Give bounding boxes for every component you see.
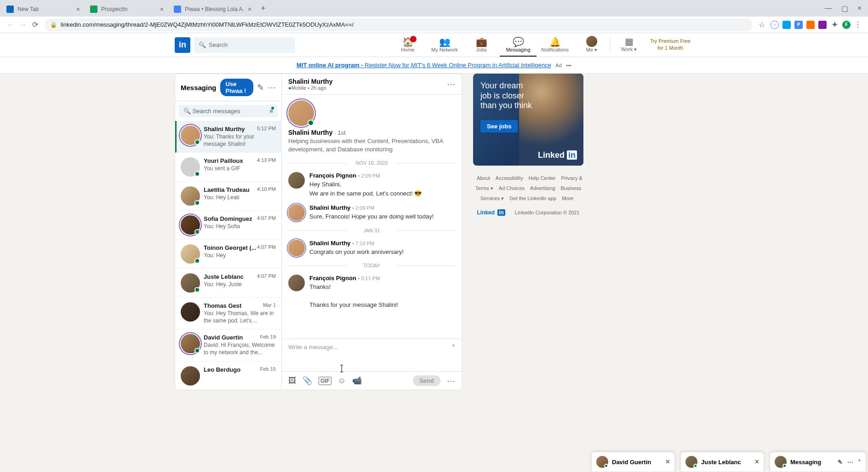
message-sender[interactable]: François Pignon <box>309 172 356 179</box>
nav-notifications[interactable]: 🔔 Notifications <box>537 33 573 57</box>
close-icon[interactable]: × <box>76 6 80 13</box>
lock-icon: 🔒 <box>50 22 57 28</box>
more-icon[interactable]: ⋯ <box>268 82 276 92</box>
forward-button[interactable]: → <box>17 21 29 29</box>
extension-icon[interactable]: ○ <box>771 21 779 29</box>
linkedin-logo[interactable]: in <box>175 37 190 53</box>
people-icon: 👥 <box>439 37 451 47</box>
thread-body[interactable]: Shalini Murthy · 1st Helping businesses … <box>282 95 462 339</box>
conversation-item[interactable]: Leo BerdugoFeb 15 <box>175 362 281 390</box>
footer-link[interactable]: More <box>562 196 573 201</box>
window-controls: — ▢ × <box>825 4 866 13</box>
presence-indicator <box>194 171 200 177</box>
search-icon: 🔍 <box>183 108 191 115</box>
extension-icon[interactable]: P <box>794 21 803 29</box>
footer-link[interactable]: Ad Choices <box>499 185 525 191</box>
message-sender[interactable]: Shalini Murthy <box>309 240 351 247</box>
gif-icon[interactable]: GIF <box>319 377 331 385</box>
filter-icon[interactable]: ≡ <box>269 108 273 115</box>
nav-premium[interactable]: Try Premium Free for 1 Month <box>647 33 693 57</box>
footer-link[interactable]: Advertising <box>530 185 555 191</box>
extensions-menu-icon[interactable]: ✦ <box>830 21 839 29</box>
extensions-tray: ○ P ✦ F ⋮ <box>768 20 864 29</box>
conversation-item[interactable]: David GuertinFeb 19 David: Hi François, … <box>175 329 281 361</box>
nav-jobs[interactable]: 💼 Jobs <box>463 33 500 57</box>
reload-button[interactable]: ⟳ <box>29 20 41 29</box>
extension-icon[interactable] <box>806 21 815 29</box>
maximize-icon[interactable]: ▢ <box>841 4 848 13</box>
close-icon[interactable]: × <box>160 6 164 13</box>
presence-indicator <box>194 287 200 293</box>
use-piwaa-button[interactable]: Use Piwaa ! <box>220 79 253 96</box>
extension-icon[interactable] <box>818 21 827 29</box>
image-icon[interactable]: 🖼 <box>288 376 296 386</box>
message-sender[interactable]: Shalini Murthy <box>309 204 351 211</box>
tab-title: ProspectIn <box>101 6 156 12</box>
browser-tab[interactable]: Piwaa • Blessing Lola A. × <box>169 2 256 17</box>
nav-me[interactable]: Me ▾ <box>573 33 610 57</box>
chevron-up-icon[interactable]: ˄ <box>451 344 455 352</box>
message-sender[interactable]: François Pignon <box>309 275 356 282</box>
conversation-item[interactable]: Shalini Murthy5:12 PM You: Thanks for yo… <box>175 121 281 153</box>
attachment-icon[interactable]: 📎 <box>303 376 312 386</box>
nav-home[interactable]: 🏠 Home <box>389 33 426 57</box>
nav-network[interactable]: 👥 My Network <box>426 33 463 57</box>
conversation-avatar <box>181 244 200 264</box>
conversation-preview: You: Thanks for your message Shalini! <box>204 133 276 148</box>
compose-icon[interactable]: ✎ <box>257 82 264 92</box>
search-placeholder: Search messages <box>193 108 240 115</box>
date-separator: JAN 31 <box>288 228 455 233</box>
conversation-item[interactable]: Juste Leblanc4:07 PM You: Hey, Juste <box>175 269 281 298</box>
footer-link[interactable]: About <box>477 175 490 181</box>
video-icon[interactable]: 📹 <box>352 376 362 386</box>
footer-copyright: Linkedin LinkedIn Corporation © 2021 <box>473 207 583 218</box>
more-icon[interactable]: ⋯ <box>447 79 455 89</box>
more-icon[interactable]: ⋯ <box>447 376 455 386</box>
conversation-sidebar: Messaging Use Piwaa ! ✎ ⋯ 🔍 Search messa… <box>175 74 282 390</box>
conversation-avatar <box>181 366 200 386</box>
message-input[interactable]: Write a message... ˄ <box>282 339 462 371</box>
back-button[interactable]: ← <box>4 21 17 29</box>
message-avatar[interactable] <box>288 240 305 256</box>
minimize-icon[interactable]: — <box>825 4 832 13</box>
menu-icon[interactable]: ⋮ <box>854 20 862 29</box>
nav-messaging[interactable]: 💬 Messaging <box>500 33 537 57</box>
new-tab-button[interactable]: + <box>257 4 269 13</box>
profile-summary[interactable]: Shalini Murthy · 1st Helping businesses … <box>288 100 455 154</box>
address-bar[interactable]: 🔒 linkedin.com/messaging/thread/2-MjE0ZW… <box>45 18 752 31</box>
conversation-time: Feb 19 <box>260 334 276 341</box>
footer-link[interactable]: Get the LinkedIn app <box>509 196 556 201</box>
tab-title: Piwaa • Blessing Lola A. <box>185 6 244 12</box>
conversation-item[interactable]: Youri Pailloux4:13 PM You sent a GIF <box>175 153 281 182</box>
bookmark-icon[interactable]: ☆ <box>759 20 765 29</box>
sponsored-banner[interactable]: MIT online AI program - Register Now for… <box>0 57 868 74</box>
close-icon[interactable]: × <box>248 6 251 13</box>
send-button[interactable]: Send <box>413 375 440 386</box>
emoji-icon[interactable]: ☺ <box>338 376 346 386</box>
see-jobs-button[interactable]: See jobs <box>480 120 518 132</box>
thread-recipient-name[interactable]: Shalini Murthy <box>288 78 332 85</box>
conversation-item[interactable]: Toinon Georget (...4:07 PM You: Hey <box>175 240 281 269</box>
footer-link[interactable]: Accessibility <box>496 175 523 181</box>
search-messages-input[interactable]: 🔍 Search messages ≡ <box>179 105 278 117</box>
close-window-icon[interactable]: × <box>857 4 862 13</box>
conversation-item[interactable]: Sofia Dominguez4:07 PM You: Hey Sofia <box>175 211 281 240</box>
thread-status: ●Mobile • 2h ago <box>288 85 332 91</box>
copyright-text: LinkedIn Corporation © 2021 <box>515 210 580 215</box>
message-avatar[interactable] <box>288 204 305 221</box>
search-input[interactable]: 🔍 Search <box>194 37 295 53</box>
conversation-item[interactable]: Laetitia Trudeau4:10 PM You: Hey Leati <box>175 182 281 211</box>
conversation-item[interactable]: Thomas GestMar 1 You: Hey Thomas, We are… <box>175 298 281 329</box>
message-avatar[interactable] <box>288 275 305 291</box>
conversation-list[interactable]: Shalini Murthy5:12 PM You: Thanks for yo… <box>175 121 281 390</box>
more-icon[interactable]: ••• <box>566 63 571 68</box>
extension-icon[interactable] <box>782 21 791 29</box>
profile-avatar[interactable]: F <box>842 21 851 29</box>
footer-link[interactable]: Help Center <box>529 175 556 181</box>
message-avatar[interactable] <box>288 172 305 189</box>
browser-tab[interactable]: New Tab × <box>2 2 85 17</box>
nav-work[interactable]: ▦ Work ▾ <box>611 33 647 57</box>
search-icon: 🔍 <box>199 41 206 48</box>
sidebar-ad[interactable]: Your dream job is closer than you think … <box>473 74 583 166</box>
browser-tab[interactable]: ProspectIn × <box>86 2 168 17</box>
